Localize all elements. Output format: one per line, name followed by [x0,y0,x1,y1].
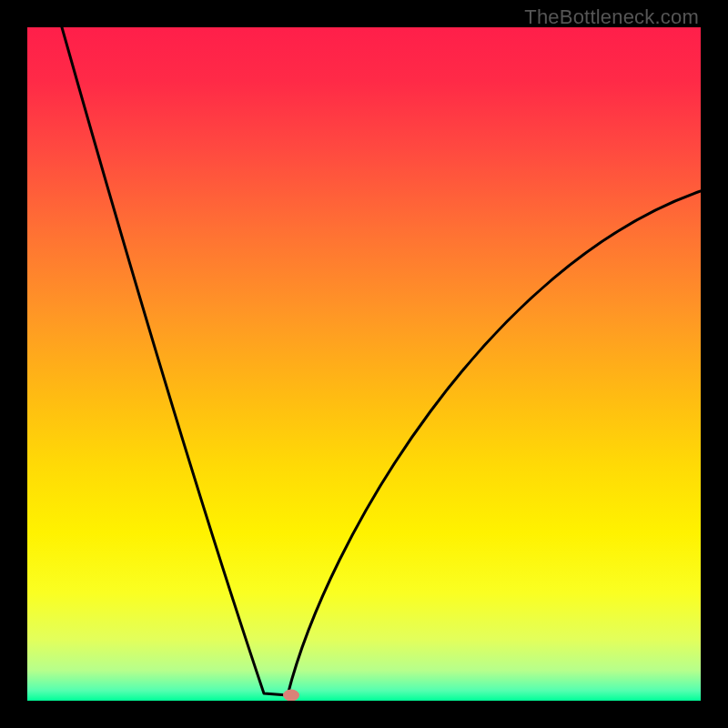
chart-area [27,27,701,701]
optimum-marker [283,690,299,702]
watermark-text: TheBottleneck.com [524,5,699,29]
bottleneck-curve [27,27,701,701]
